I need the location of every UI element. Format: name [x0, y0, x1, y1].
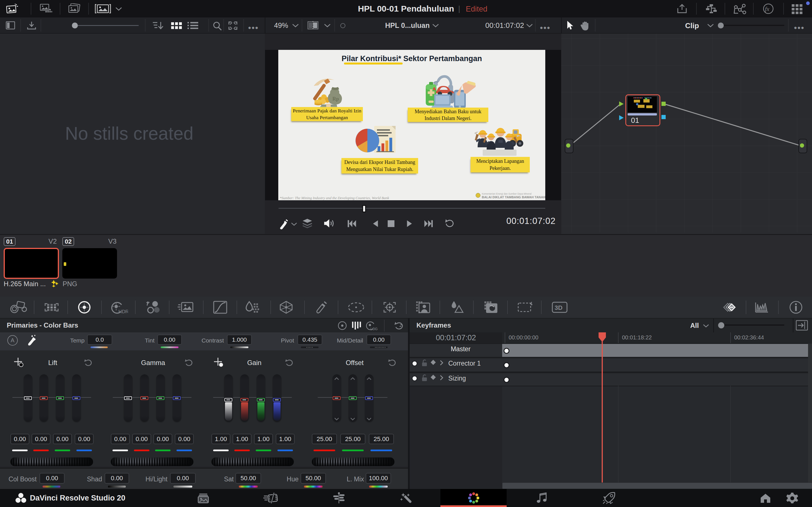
svg-text:LOG: LOG: [370, 327, 377, 331]
svg-text:fx: fx: [765, 5, 769, 12]
svg-text:3D: 3D: [555, 304, 562, 311]
svg-text:HDR: HDR: [118, 309, 128, 314]
svg-text:Rp: Rp: [333, 96, 339, 102]
